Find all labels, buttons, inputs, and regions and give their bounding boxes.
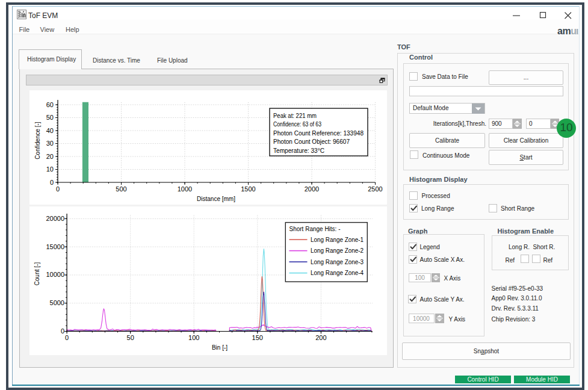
svg-text:Confidence: 63 of 63: Confidence: 63 of 63 <box>273 121 321 128</box>
svg-text:150: 150 <box>252 334 262 341</box>
svg-text:Confidence [-]: Confidence [-] <box>34 122 41 159</box>
svg-text:1000: 1000 <box>177 185 191 193</box>
svg-text:0: 0 <box>60 327 64 335</box>
svg-text:Photon Count Object: 96607: Photon Count Object: 96607 <box>273 138 350 145</box>
svg-text:0: 0 <box>65 334 69 341</box>
svg-text:500: 500 <box>116 185 126 193</box>
svg-text:10000: 10000 <box>46 271 64 278</box>
svg-text:0: 0 <box>55 185 59 193</box>
svg-text:Long Range Zone-3: Long Range Zone-3 <box>311 259 364 265</box>
svg-text:15000: 15000 <box>46 243 64 250</box>
svg-text:Count [-]: Count [-] <box>34 262 40 286</box>
svg-text:Long Range Zone-2: Long Range Zone-2 <box>311 247 364 254</box>
svg-text:20000: 20000 <box>46 215 64 222</box>
svg-text:Peak at: 221 mm: Peak at: 221 mm <box>273 113 317 119</box>
svg-text:50: 50 <box>46 114 53 121</box>
svg-text:Bin [-]: Bin [-] <box>211 344 227 351</box>
svg-text:2000: 2000 <box>304 185 318 193</box>
svg-text:200: 200 <box>315 334 326 341</box>
svg-text:1500: 1500 <box>241 185 255 193</box>
svg-text:5000: 5000 <box>49 299 64 306</box>
svg-text:100: 100 <box>188 334 199 341</box>
svg-text:Distance [mm]: Distance [mm] <box>197 196 235 202</box>
svg-text:Long Range Zone-4: Long Range Zone-4 <box>311 270 364 276</box>
svg-text:Long Range Zone-1: Long Range Zone-1 <box>311 237 364 243</box>
svg-text:Temperature: 33°C: Temperature: 33°C <box>273 147 324 154</box>
svg-text:0: 0 <box>49 179 53 186</box>
svg-text:20: 20 <box>46 153 53 160</box>
svg-text:Short Range Hits: -: Short Range Hits: - <box>289 226 340 232</box>
svg-text:10: 10 <box>46 166 53 173</box>
svg-text:40: 40 <box>46 127 53 134</box>
svg-text:Photon Count Reference: 133948: Photon Count Reference: 133948 <box>273 130 364 137</box>
svg-text:30: 30 <box>46 140 53 147</box>
svg-text:60: 60 <box>46 101 53 108</box>
svg-text:50: 50 <box>126 334 134 341</box>
svg-text:2500: 2500 <box>368 185 382 193</box>
